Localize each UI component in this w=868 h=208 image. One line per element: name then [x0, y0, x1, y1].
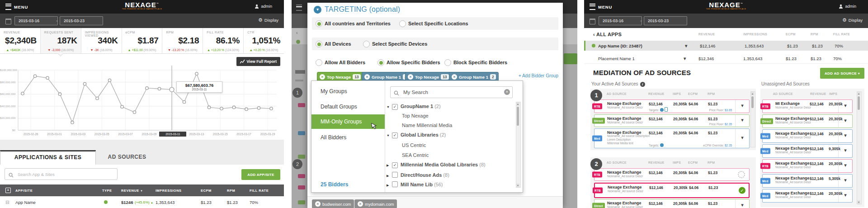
info-icon[interactable]: i: [640, 82, 645, 87]
unassigned-card[interactable]: RTB MI Exchange Nickname_Ad source Descr…: [762, 99, 853, 113]
radio-all-devices[interactable]: [316, 41, 322, 47]
collapse-row-icon[interactable]: ⊟: [5, 200, 9, 205]
tree-child[interactable]: US Centric: [387, 142, 426, 148]
add-bidder-group-link[interactable]: + Add Bidder Group: [519, 73, 558, 78]
date-to-input[interactable]: 2015-03-23: [60, 16, 103, 25]
unassigned-card[interactable]: Med Nexage Exchange Nickname_Ad source D…: [762, 189, 853, 203]
unassigned-card[interactable]: Med Nexage Exchange Nickname_Ad source D…: [762, 174, 853, 188]
bidders-count-link[interactable]: 25 Bidders: [321, 181, 348, 188]
tree-scrollbar[interactable]: ▲ ▼: [516, 102, 521, 188]
nav-item-my-groups[interactable]: My Groups: [311, 85, 385, 97]
radio-label[interactable]: All countries and Territories: [325, 21, 391, 26]
ad-source-card[interactable]: Med Nexage Exchange Nickname_Ad source D…: [594, 128, 750, 148]
radio-label[interactable]: Allow All Bidders: [325, 60, 365, 65]
metric-revenue[interactable]: REVENUE $2,340B ▲ +$463K (16.00%): [0, 28, 41, 53]
tree-group[interactable]: ▼✓Global Libraries (2): [387, 132, 446, 137]
expand-card-button[interactable]: ▾: [838, 100, 852, 113]
scrollbar-thumb[interactable]: [858, 96, 860, 110]
ad-source-card[interactable]: Direct Nexage Exchange Nickname_Ad sourc…: [594, 114, 750, 127]
radio-label[interactable]: Allow Specific Bidders: [387, 60, 440, 65]
metric-impressions-viewed[interactable]: IMPRESSIONS VIEWED 340K ▼ -3K (16.00%): [81, 28, 122, 53]
metric-requests-sent[interactable]: REQUESTS SENT 187K ▼ -3,000 (16.00%): [41, 28, 81, 53]
view-full-report-button[interactable]: View Full Report: [236, 57, 280, 66]
caret-right-icon[interactable]: ▶: [387, 164, 392, 167]
placement-row[interactable]: Placement Name 1 ▼ $12,346 1,353,643 $1.…: [584, 53, 868, 64]
bidder-search-input[interactable]: [402, 87, 503, 97]
scrollbar-thumb[interactable]: [751, 96, 754, 108]
scroll-up-icon[interactable]: ▲: [516, 102, 519, 106]
remove-chip-icon[interactable]: ×: [358, 201, 363, 207]
unassigned-card[interactable]: RTB Nexage Exchange Nickname_Ad source D…: [762, 159, 853, 173]
tree-group[interactable]: ▶Direct/House Ads (8): [387, 172, 449, 178]
tab-ad-sources[interactable]: AD SOURCES: [95, 150, 159, 164]
col-rpm[interactable]: RPM: [227, 189, 235, 193]
tree-group[interactable]: ▶✓Millennial Media Global Libraries (8): [387, 162, 486, 167]
app-name[interactable]: App Name (ID: 23487): [598, 43, 642, 48]
unassigned-card[interactable]: Med Nexage Exchange Nickname_Ad source D…: [762, 144, 853, 158]
scroll-down-icon[interactable]: ▼: [516, 184, 519, 187]
expand-card-button[interactable]: ▾: [838, 175, 852, 187]
radio-label[interactable]: Block Specific Bidders: [453, 60, 507, 65]
radio-allow-specific-bidders[interactable]: [377, 59, 384, 66]
scroll-down-icon[interactable]: ▼: [857, 200, 860, 204]
col-app-site[interactable]: APP/SITE: [15, 189, 33, 193]
table-row[interactable]: ⊟ App Name $1246 (+45.6%) ▲ 1,353,643 $1…: [0, 196, 284, 208]
tree-group[interactable]: ▼✓GroupName 1 (2): [387, 104, 441, 109]
date-from-input[interactable]: 2015-03-16: [14, 16, 58, 25]
display-settings-button[interactable]: ⚙ Display: [842, 18, 863, 23]
expand-card-button[interactable]: ▾: [838, 115, 852, 128]
radio-label[interactable]: Select Specific Locations: [408, 21, 468, 26]
date-to-input[interactable]: 2015-03-23: [644, 16, 687, 25]
tree-child[interactable]: SEA Centric: [387, 152, 429, 158]
caret-right-icon[interactable]: ▶: [387, 174, 392, 178]
expand-card-button[interactable]: ▾: [735, 100, 749, 113]
remove-chip-icon[interactable]: ×: [452, 74, 457, 80]
add-app-site-button[interactable]: ADD APP/SITE: [241, 169, 280, 180]
tree-child[interactable]: Name Millennial Media: [387, 123, 452, 128]
caret-down-icon[interactable]: ▼: [684, 43, 688, 48]
expand-card-button[interactable]: ▾: [838, 160, 852, 172]
caret-down-icon[interactable]: ▼: [387, 134, 392, 137]
nav-item-all-bidders[interactable]: All Bidders: [311, 132, 385, 143]
scroll-up-icon[interactable]: ▲: [751, 92, 754, 95]
checkbox-checked[interactable]: ✓: [392, 132, 398, 138]
tab-applications-and-sites[interactable]: APPLICATIONS & SITES: [0, 150, 96, 165]
caret-down-icon[interactable]: ▼: [683, 56, 687, 61]
tree-group[interactable]: ▶Mill Name Lib (56): [387, 181, 443, 187]
expand-card-button[interactable]: ▾: [838, 189, 852, 202]
expand-card-button[interactable]: ▾: [838, 145, 852, 157]
expand-card-button[interactable]: ▾: [735, 199, 749, 208]
metric-ctr[interactable]: CTR 1,051% ▲ +0.20 % (16.00%): [244, 28, 284, 53]
remove-chip-icon[interactable]: ×: [364, 74, 370, 80]
revenue-line-chart[interactable]: [0, 62, 284, 131]
display-settings-button[interactable]: ⚙ Display: [258, 18, 278, 23]
metric-ecpm[interactable]: eCPM $1.87 ▲ +$11.00 (99.00%): [122, 28, 163, 53]
remove-chip-icon[interactable]: ×: [315, 201, 321, 207]
metric-fill-rate[interactable]: FILL RATE 86.1% ▲ +13.20 % (124.00%): [203, 28, 244, 53]
active-list-scrollbar[interactable]: ▲: [750, 91, 755, 147]
scrollbar-thumb[interactable]: [517, 107, 519, 126]
radio-allow-all-bidders[interactable]: [316, 59, 322, 66]
user-menu[interactable]: admin: [839, 4, 856, 9]
expand-all-icon[interactable]: +: [5, 188, 11, 193]
date-from-input[interactable]: 2015-03-16: [599, 16, 642, 25]
ad-source-card-selected[interactable]: RTB Nexage Exchange Nickname_Ad source D…: [594, 183, 750, 198]
remove-chip-icon[interactable]: ×: [408, 74, 413, 80]
col-ecpm[interactable]: ECPM: [201, 189, 212, 193]
radio-label[interactable]: Select Specific Devices: [372, 41, 427, 47]
back-chevron-icon[interactable]: ‹: [593, 32, 595, 37]
unassigned-list-scrollbar[interactable]: ▲ ▼: [857, 91, 862, 204]
radio-block-specific-bidders[interactable]: [444, 59, 451, 66]
app-name[interactable]: App Name: [15, 200, 36, 205]
expand-card-button[interactable]: ▾: [735, 115, 749, 127]
caret-down-icon[interactable]: ▼: [387, 105, 392, 109]
app-row-selected[interactable]: App Name (ID: 23487) ▼ $12,146 1,353,643…: [584, 41, 868, 51]
ad-source-card[interactable]: RTB Nexage Exchange Nickname_Ad source D…: [594, 168, 750, 181]
ad-source-card[interactable]: Direct Nexage Exchange Nickname_Ad sourc…: [594, 199, 750, 208]
radio-label[interactable]: All Devices: [325, 41, 351, 47]
placement-name[interactable]: Placement Name 1: [598, 56, 635, 61]
chevron-down-icon[interactable]: ▾: [314, 6, 321, 14]
user-menu[interactable]: admin: [255, 4, 272, 9]
all-apps-breadcrumb[interactable]: ‹ ALL APPS: [593, 32, 622, 37]
expand-card-button[interactable]: ▾: [838, 130, 852, 142]
